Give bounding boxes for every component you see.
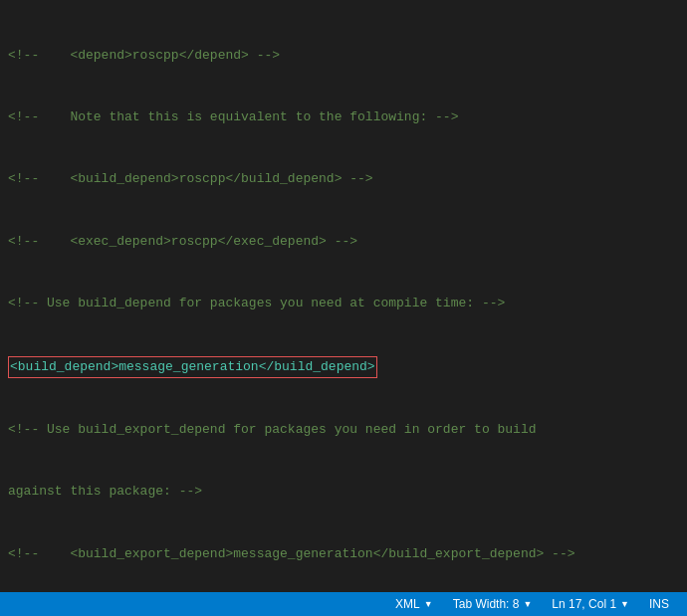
line-6: <build_depend>message_generation</build_… — [8, 356, 679, 379]
language-selector[interactable]: XML ▼ — [385, 592, 443, 616]
line-3: <!-- <build_depend>roscpp</build_depend>… — [8, 169, 679, 190]
mode-label: INS — [649, 597, 669, 611]
position-label: Ln 17, Col 1 — [552, 597, 616, 611]
line-4: <!-- <exec_depend>roscpp</exec_depend> -… — [8, 232, 679, 253]
editor-area[interactable]: <!-- <depend>roscpp</depend> --> <!-- No… — [0, 0, 687, 592]
tab-width-label: Tab Width: 8 — [453, 597, 520, 611]
tab-chevron: ▼ — [523, 599, 532, 609]
line-8: against this package: --> — [8, 482, 679, 503]
tab-width-selector[interactable]: Tab Width: 8 ▼ — [443, 592, 543, 616]
line-1: <!-- <depend>roscpp</depend> --> — [8, 46, 679, 67]
line-7: <!-- Use build_export_depend for package… — [8, 420, 679, 441]
language-label: XML — [395, 597, 420, 611]
line-9: <!-- <build_export_depend>message_genera… — [8, 544, 679, 565]
line-5: <!-- Use build_depend for packages you n… — [8, 294, 679, 314]
position-selector[interactable]: Ln 17, Col 1 ▼ — [542, 592, 639, 616]
position-chevron: ▼ — [620, 599, 629, 609]
line-2: <!-- Note that this is equivalent to the… — [8, 107, 679, 128]
status-bar: XML ▼ Tab Width: 8 ▼ Ln 17, Col 1 ▼ INS — [0, 592, 687, 616]
language-chevron: ▼ — [424, 599, 433, 609]
code-content: <!-- <depend>roscpp</depend> --> <!-- No… — [0, 4, 687, 592]
insert-mode[interactable]: INS — [639, 592, 679, 616]
